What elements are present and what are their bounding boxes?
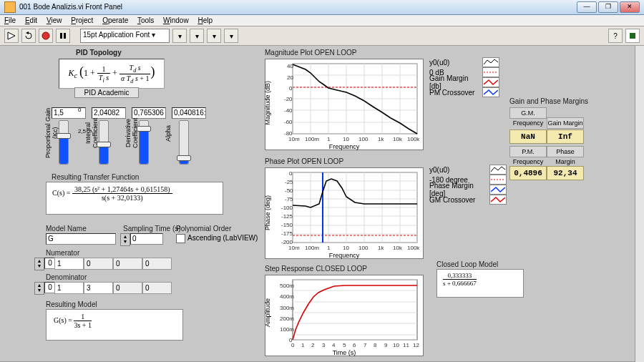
- run-cont-button[interactable]: [21, 29, 36, 43]
- model-name-field[interactable]: G: [46, 233, 116, 245]
- menu-file[interactable]: File: [4, 16, 16, 24]
- magnitude-plot[interactable]: Magnitude (dB) 40200-20-40-60-80 10m100m…: [265, 59, 424, 150]
- svg-text:100m: 100m: [305, 245, 319, 251]
- window-title: 001 Bode Analizis.vi Front Panel: [19, 0, 122, 14]
- reorder-button[interactable]: ▾: [224, 29, 238, 43]
- mag-title: Magnitude Plot OPEN LOOP: [265, 49, 356, 57]
- num-array[interactable]: 1000: [54, 258, 172, 270]
- svg-text:-40: -40: [284, 107, 293, 114]
- menu-window[interactable]: Window: [163, 16, 189, 24]
- legend-magnitude[interactable]: y0(u0) 0 dB Gain Margin [db] PM Crossove…: [429, 57, 501, 97]
- rtf-box: C(s) = 38,25 (s² + 1,27464s + 0,615158)s…: [46, 182, 223, 215]
- menu-project[interactable]: Project: [71, 16, 93, 24]
- den-array[interactable]: 1300: [54, 282, 172, 294]
- svg-text:8: 8: [374, 342, 377, 348]
- mag-svg: 40200-20-40-60-80 10m100m1101001k10k100k: [265, 59, 423, 150]
- menubar: File Edit View Project Operate Tools Win…: [0, 15, 644, 26]
- font-combo[interactable]: 15pt Application Font ▾: [80, 29, 170, 43]
- svg-text:6: 6: [353, 342, 356, 348]
- step-title: Step Response CLOSED LOOP: [265, 265, 367, 273]
- sampling-spin[interactable]: ▲▼: [120, 233, 130, 246]
- svg-text:-100: -100: [281, 205, 293, 211]
- svg-text:-20: -20: [284, 96, 293, 102]
- pause-button[interactable]: [56, 29, 70, 43]
- svg-text:100: 100: [358, 136, 369, 142]
- maximize-button[interactable]: ❐: [598, 1, 618, 13]
- menu-operate[interactable]: Operate: [102, 16, 128, 24]
- phase-title: Phase Plot OPEN LOOP: [265, 157, 343, 165]
- svg-text:100m: 100m: [280, 326, 294, 333]
- step-svg: 0100m200m300m400m500m 0123456789101112: [265, 275, 423, 356]
- topology-title: PID Topology: [76, 49, 122, 57]
- svg-text:20: 20: [287, 74, 293, 81]
- closed-model-box: 0,333333s + 0,666667: [436, 269, 524, 298]
- svg-text:10m: 10m: [288, 245, 300, 251]
- svg-rect-2: [64, 33, 66, 39]
- minimize-button[interactable]: —: [577, 1, 597, 13]
- run-button[interactable]: [4, 29, 19, 43]
- svg-text:500m: 500m: [280, 283, 294, 289]
- menu-help[interactable]: Help: [197, 16, 213, 24]
- svg-text:0: 0: [289, 170, 293, 177]
- vscrollbar[interactable]: [635, 46, 644, 362]
- svg-text:10: 10: [343, 136, 349, 142]
- svg-text:10m: 10m: [288, 136, 300, 142]
- slider-kc[interactable]: Proportional Gain (Kc) 1,5 02,52,5: [52, 107, 73, 165]
- svg-text:-25: -25: [285, 179, 293, 185]
- pm-value: 92,34: [547, 166, 584, 180]
- svg-text:2: 2: [311, 342, 315, 348]
- svg-rect-74: [293, 280, 417, 340]
- gm-freq-label: G.M. Frequency: [509, 107, 547, 119]
- app-icon: [4, 1, 16, 13]
- svg-text:12: 12: [413, 342, 419, 348]
- titlebar: 001 Bode Analizis.vi Front Panel — ❐ ✕: [0, 0, 644, 15]
- topology-formula: Kc (1 + 1Ti s + Td sα Td s + 1): [59, 59, 165, 89]
- help-button[interactable]: ?: [608, 29, 623, 43]
- ascending-check[interactable]: Ascending (LabVIEW): [176, 234, 258, 243]
- svg-text:1: 1: [301, 342, 305, 348]
- model-name-label: Model Name: [46, 225, 87, 233]
- menu-view[interactable]: View: [47, 16, 62, 24]
- distribute-button[interactable]: ▾: [190, 29, 204, 43]
- slider-td[interactable]: Derivative Coefficient 0,765306: [132, 107, 153, 165]
- svg-text:100: 100: [358, 245, 369, 251]
- svg-text:-175: -175: [281, 230, 293, 237]
- svg-text:100m: 100m: [305, 136, 319, 142]
- svg-text:-125: -125: [281, 213, 293, 220]
- resize-button[interactable]: ▾: [207, 29, 221, 43]
- menu-edit[interactable]: Edit: [25, 16, 37, 24]
- svg-text:200m: 200m: [280, 315, 294, 322]
- ti-value[interactable]: 2,04082: [92, 107, 126, 119]
- svg-text:1k: 1k: [378, 245, 384, 251]
- svg-text:0: 0: [289, 85, 293, 92]
- step-plot[interactable]: Amplitude 0100m200m300m400m500m 01234567…: [265, 275, 424, 356]
- svg-text:10k: 10k: [393, 245, 403, 251]
- pm-label: Phase Margin: [547, 146, 584, 157]
- topology-type[interactable]: PID Academic: [74, 87, 139, 98]
- slider-ti[interactable]: Integral Coefficient 2,04082: [92, 107, 113, 165]
- num-label: Numerator: [46, 249, 79, 257]
- svg-text:1: 1: [327, 136, 331, 142]
- alpha-value[interactable]: 0,040816:: [172, 107, 206, 119]
- align-button[interactable]: ▾: [172, 29, 187, 43]
- phase-plot[interactable]: Phase (deg) 0-25-50-75-100-125-150-175-2…: [265, 167, 424, 259]
- menu-tools[interactable]: Tools: [137, 16, 154, 24]
- close-button[interactable]: ✕: [620, 1, 640, 13]
- closed-model-title: Closed Loop Model: [436, 260, 498, 268]
- slider-alpha[interactable]: Alpha 0,040816:: [172, 107, 193, 165]
- svg-text:7: 7: [364, 342, 367, 348]
- svg-rect-1: [60, 33, 62, 39]
- svg-text:-150: -150: [281, 222, 293, 228]
- sampling-field[interactable]: 0: [130, 233, 163, 245]
- svg-text:1k: 1k: [378, 136, 384, 142]
- svg-text:0: 0: [291, 342, 295, 348]
- den-index-spin[interactable]: ▲▼: [34, 282, 44, 295]
- pm-freq-value: 0,4896: [509, 166, 547, 180]
- abort-button[interactable]: [39, 29, 53, 43]
- td-value[interactable]: 0,765306: [132, 107, 166, 119]
- legend-phase[interactable]: y0(u0) -180 degree Phase Margin [deg] GM…: [429, 165, 507, 205]
- svg-text:11: 11: [403, 342, 409, 348]
- sampling-label: Sampling Time (s): [123, 225, 181, 233]
- num-index-spin[interactable]: ▲▼: [34, 258, 44, 270]
- toolbar: 15pt Application Font ▾ ▾ ▾ ▾ ▾ ?: [0, 26, 644, 46]
